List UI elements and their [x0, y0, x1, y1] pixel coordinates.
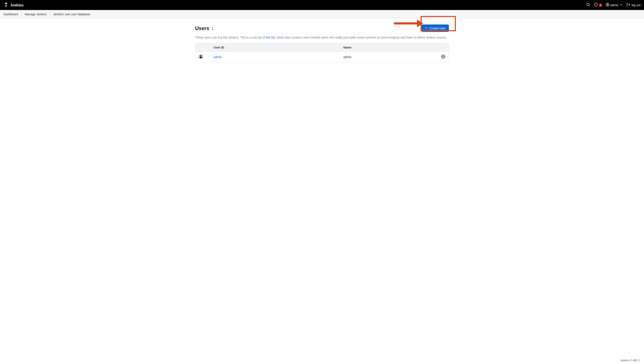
- shield-icon: [594, 2, 598, 8]
- page-title: Users: [195, 25, 209, 31]
- breadcrumbs: Dashboard Manage Jenkins Jenkins' own us…: [0, 10, 644, 18]
- annotation-arrow-icon: [394, 22, 417, 24]
- top-header: Jenkins 1 admin log out: [0, 0, 644, 10]
- svg-rect-2: [5, 5, 7, 6]
- jenkins-logo-icon: [4, 2, 9, 8]
- users-table: User ID ↓ Name admin admin: [195, 43, 449, 62]
- gear-icon: [441, 54, 445, 59]
- page-description: These users can log into Jenkins. This i…: [195, 36, 449, 39]
- chevron-right-icon: [49, 13, 51, 16]
- row-name-cell: admin: [340, 52, 434, 62]
- table-row: admin admin: [195, 52, 449, 62]
- page-title-wrap: Users 1: [195, 25, 214, 31]
- chevron-down-icon: [619, 3, 623, 7]
- search-button[interactable]: [586, 2, 590, 8]
- search-icon: [586, 2, 590, 8]
- table-header-name[interactable]: Name: [340, 43, 434, 52]
- sort-descending-icon: ↓: [226, 46, 227, 49]
- main-content: Users 1 Create User These users can log …: [195, 18, 449, 68]
- page-user-count: 1: [211, 26, 214, 31]
- header-name-label: Name: [343, 46, 351, 49]
- alerts-button[interactable]: 1: [594, 2, 602, 8]
- table-header-row: User ID ↓ Name: [195, 43, 449, 52]
- row-avatar-cell: [195, 52, 210, 62]
- header-right: 1 admin log out: [586, 2, 640, 8]
- brand-name: Jenkins: [10, 3, 24, 8]
- table-header-icon: [195, 43, 210, 52]
- breadcrumb-dashboard[interactable]: Dashboard: [4, 12, 18, 16]
- chevron-right-icon: [20, 13, 23, 16]
- logout-icon: [626, 3, 630, 7]
- svg-point-3: [587, 3, 589, 6]
- username-label: admin: [610, 4, 618, 7]
- breadcrumb-manage-jenkins[interactable]: Manage Jenkins: [25, 12, 47, 16]
- svg-point-6: [607, 4, 608, 5]
- user-circle-icon: [606, 3, 609, 7]
- breadcrumb-user-database[interactable]: Jenkins' own user database: [53, 12, 90, 16]
- user-settings-button[interactable]: [441, 54, 445, 59]
- row-user-id-cell: admin: [210, 52, 340, 62]
- logout-label: log out: [632, 4, 640, 7]
- svg-point-11: [200, 56, 201, 56]
- svg-line-4: [589, 5, 590, 6]
- description-this-list-link[interactable]: this list: [266, 36, 275, 39]
- logout-link[interactable]: log out: [626, 3, 640, 7]
- table-header-actions: [434, 43, 449, 52]
- user-id-link[interactable]: admin: [214, 55, 222, 59]
- user-circle-icon: [199, 56, 203, 59]
- brand-logo-link[interactable]: Jenkins: [4, 2, 24, 8]
- create-user-button[interactable]: Create User: [422, 24, 449, 32]
- row-actions-cell: [434, 52, 449, 62]
- page-header: Users 1 Create User: [195, 24, 449, 32]
- description-text-suffix: , which also contains auto-created users…: [275, 36, 447, 39]
- alerts-count-badge: 1: [599, 4, 602, 7]
- description-text-prefix: These users can log into Jenkins. This i…: [195, 36, 266, 39]
- header-user-id-label: User ID: [214, 46, 224, 49]
- create-user-button-label: Create User: [430, 26, 446, 30]
- user-menu[interactable]: admin: [606, 3, 623, 7]
- plus-icon: [425, 26, 428, 30]
- svg-point-12: [443, 56, 444, 57]
- table-header-user-id[interactable]: User ID ↓: [210, 43, 340, 52]
